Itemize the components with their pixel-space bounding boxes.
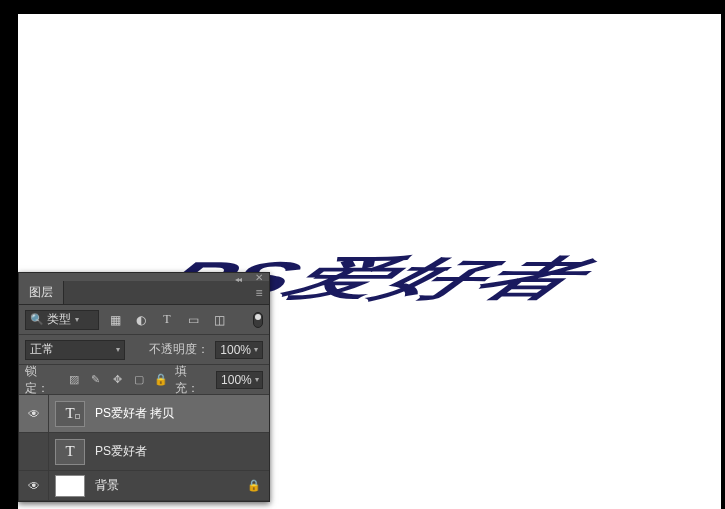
filter-kind-select[interactable]: 🔍 类型 ▾ <box>25 310 99 330</box>
filter-pixel-icon[interactable]: ▦ <box>105 310 125 330</box>
layer-thumb-type[interactable]: T <box>55 401 85 427</box>
panel-drag-bar[interactable]: ◂◂ ✕ <box>19 273 269 281</box>
fill-value: 100% <box>221 373 252 387</box>
fill-input[interactable]: 100% ▾ <box>216 371 263 389</box>
layer-name[interactable]: PS爱好者 拷贝 <box>95 405 269 422</box>
lock-label: 锁定： <box>25 363 60 397</box>
filter-kind-label: 类型 <box>47 311 71 328</box>
panel-tab-row: 图层 ≡ <box>19 281 269 305</box>
opacity-input[interactable]: 100% ▾ <box>215 341 263 359</box>
blend-mode-select[interactable]: 正常 ▾ <box>25 340 125 360</box>
lock-row: 锁定： ▨ ✎ ✥ ▢ 🔒 填充： 100% ▾ <box>19 365 269 395</box>
chevron-down-icon: ▾ <box>75 315 79 324</box>
layer-row[interactable]: T PS爱好者 <box>19 433 269 471</box>
lock-artboard-icon[interactable]: ▢ <box>131 372 147 388</box>
chevron-down-icon: ▾ <box>254 345 258 354</box>
filter-row: 🔍 类型 ▾ ▦ ◐ T ▭ ◫ <box>19 305 269 335</box>
lock-all-icon[interactable]: 🔒 <box>153 372 169 388</box>
layer-list: 👁 T PS爱好者 拷贝 T PS爱好者 👁 背景 🔒 <box>19 395 269 501</box>
collapse-icon[interactable]: ◂◂ <box>235 275 241 284</box>
layer-name[interactable]: PS爱好者 <box>95 443 269 460</box>
blend-mode-label: 正常 <box>30 341 54 358</box>
eye-icon: 👁 <box>28 479 40 493</box>
layers-panel[interactable]: ◂◂ ✕ 图层 ≡ 🔍 类型 ▾ ▦ ◐ T ▭ ◫ 正常 ▾ 不透明度： 10… <box>18 272 270 502</box>
lock-position-icon[interactable]: ✥ <box>110 372 126 388</box>
chevron-down-icon: ▾ <box>116 345 120 354</box>
lock-image-icon[interactable]: ✎ <box>88 372 104 388</box>
blend-row: 正常 ▾ 不透明度： 100% ▾ <box>19 335 269 365</box>
panel-menu-icon[interactable]: ≡ <box>249 281 269 304</box>
close-icon[interactable]: ✕ <box>255 272 263 283</box>
visibility-toggle[interactable] <box>19 433 49 470</box>
opacity-value: 100% <box>220 343 251 357</box>
layer-thumb-type[interactable]: T <box>55 439 85 465</box>
fill-label: 填充： <box>175 363 210 397</box>
filter-shape-icon[interactable]: ▭ <box>183 310 203 330</box>
filter-smart-icon[interactable]: ◫ <box>209 310 229 330</box>
filter-toggle[interactable] <box>253 312 263 328</box>
visibility-toggle[interactable]: 👁 <box>19 471 49 500</box>
filter-adjust-icon[interactable]: ◐ <box>131 310 151 330</box>
tab-layers[interactable]: 图层 <box>19 281 64 304</box>
opacity-label: 不透明度： <box>149 341 209 358</box>
layer-thumb-bg[interactable] <box>55 475 85 497</box>
lock-transparent-icon[interactable]: ▨ <box>66 372 82 388</box>
layer-row[interactable]: 👁 T PS爱好者 拷贝 <box>19 395 269 433</box>
lock-icon: 🔒 <box>247 479 261 492</box>
eye-icon: 👁 <box>28 407 40 421</box>
layer-row[interactable]: 👁 背景 🔒 <box>19 471 269 501</box>
visibility-toggle[interactable]: 👁 <box>19 395 49 432</box>
chevron-down-icon: ▾ <box>255 375 259 384</box>
layer-name[interactable]: 背景 <box>95 477 247 494</box>
filter-type-icon[interactable]: T <box>157 310 177 330</box>
search-icon: 🔍 <box>30 313 44 326</box>
